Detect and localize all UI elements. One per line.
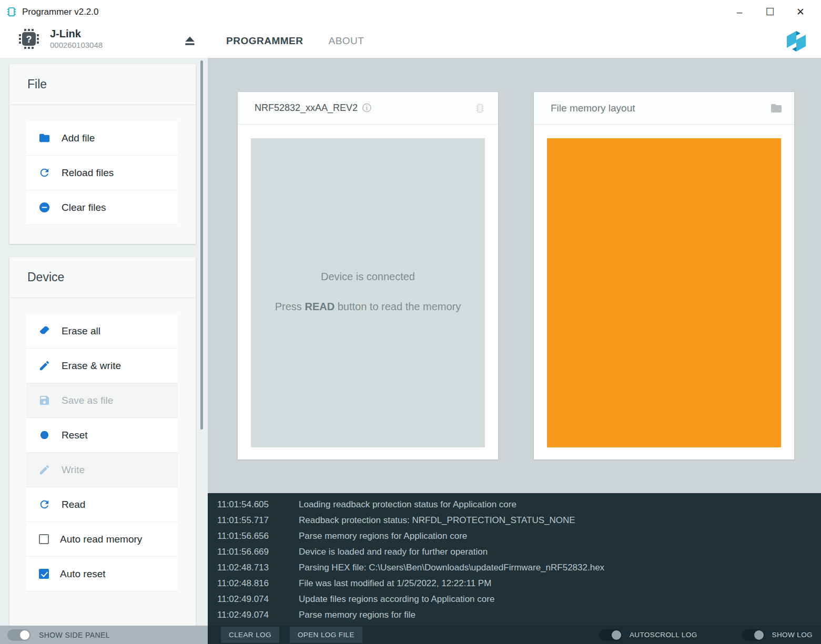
reload-files-button[interactable]: Reload files (26, 156, 178, 190)
show-log-toggle[interactable] (742, 629, 765, 641)
pencil-icon (38, 464, 50, 476)
file-memory-card-header: File memory layout (534, 92, 794, 125)
clear-log-button[interactable]: CLEAR LOG (221, 627, 279, 643)
device-section-title: Device (9, 257, 196, 298)
file-section: File Add file Reload files Clear files (9, 64, 196, 244)
minus-circle-icon (38, 201, 50, 213)
file-memory-region[interactable] (547, 138, 781, 447)
device-memory-region: Device is connected Press READ button to… (251, 138, 485, 447)
open-log-file-button[interactable]: OPEN LOG FILE (290, 627, 362, 643)
side-panel-bottom-bar: SHOW SIDE PANEL (0, 626, 208, 644)
file-memory-card-body (534, 125, 794, 459)
erase-all-button[interactable]: Erase all (26, 314, 178, 349)
app-chip-icon (5, 6, 17, 18)
device-memory-card: NRF52832_xxAA_REV2 ⓘ Device is connected… (238, 92, 498, 459)
log-entry: 11:02:49.074Parse memory regions for fil… (217, 607, 821, 623)
add-file-button[interactable]: Add file (26, 121, 178, 156)
dot-circle-icon (38, 429, 50, 441)
device-memory-card-body: Device is connected Press READ button to… (238, 125, 498, 459)
info-icon[interactable]: ⓘ (362, 102, 371, 114)
autoscroll-log-toggle[interactable] (599, 629, 622, 641)
nordic-logo (783, 28, 809, 54)
log-entry: 11:02:48.713Parsing HEX file: C:\Users\B… (217, 560, 821, 576)
refresh-icon (38, 498, 50, 510)
log-entry: 11:01:54.605Loading readback protection … (217, 497, 821, 513)
app-header: ? J-Link 000260103048 PROGRAMMER ABOUT (0, 24, 821, 58)
device-status-text: Device is connected (321, 271, 415, 283)
tab-programmer[interactable]: PROGRAMMER (226, 35, 303, 47)
erase-and-write-button[interactable]: Erase & write (26, 349, 178, 383)
file-memory-card: File memory layout (534, 92, 794, 459)
folder-icon (770, 102, 783, 115)
write-button: Write (26, 453, 178, 487)
close-button[interactable]: ✕ (785, 0, 816, 24)
refresh-icon (38, 167, 50, 179)
device-serial: 000260103048 (50, 40, 103, 50)
folder-open-icon (38, 132, 50, 144)
device-selector[interactable]: ? J-Link 000260103048 (17, 27, 103, 50)
log-panel[interactable]: 11:01:54.605Loading readback protection … (208, 493, 821, 626)
eraser-icon (38, 325, 50, 337)
device-memory-card-title: NRF52832_xxAA_REV2 (255, 103, 358, 114)
svg-text:?: ? (26, 34, 32, 45)
reset-button[interactable]: Reset (26, 418, 178, 453)
app-title: Programmer v2.2.0 (22, 7, 99, 17)
device-name: J-Link (50, 27, 103, 40)
log-entry: 11:01:55.717Readback protection status: … (217, 513, 821, 528)
main-tabs: PROGRAMMER ABOUT (226, 24, 364, 58)
log-entry: 11:02:49.074Update files regions accordi… (217, 591, 821, 607)
auto-reset-checkbox[interactable]: Auto reset (26, 557, 178, 591)
log-bottom-bar: CLEAR LOG OPEN LOG FILE AUTOSCROLL LOG S… (208, 626, 821, 644)
checkbox-checked-icon[interactable] (39, 569, 49, 579)
log-entry: 11:01:56.669Device is loaded and ready f… (217, 544, 821, 560)
save-as-file-button: Save as file (26, 383, 178, 418)
show-side-panel-toggle[interactable] (7, 629, 31, 641)
maximize-button[interactable]: ☐ (755, 0, 785, 24)
device-hint-text: Press READ button to read the memory (275, 298, 461, 315)
file-section-title: File (9, 64, 196, 105)
log-entry: 11:02:48.816File was last modified at 1/… (217, 576, 821, 591)
sidebar-scrollbar[interactable] (200, 60, 203, 430)
file-memory-card-title: File memory layout (551, 103, 635, 114)
checkbox-unchecked-icon[interactable] (39, 534, 49, 544)
clear-files-button[interactable]: Clear files (26, 190, 178, 225)
eject-device-button[interactable] (182, 33, 198, 48)
floppy-icon (38, 394, 50, 406)
window-controls: – ☐ ✕ (724, 0, 816, 24)
minimize-button[interactable]: – (724, 0, 755, 24)
pencil-icon (38, 360, 50, 372)
show-side-panel-label: SHOW SIDE PANEL (39, 631, 110, 639)
read-button[interactable]: Read (26, 487, 178, 522)
memory-layout-canvas: NRF52832_xxAA_REV2 ⓘ Device is connected… (208, 58, 821, 493)
device-section: Device Erase all Erase & write Save as f… (9, 257, 196, 626)
unknown-device-chip-icon: ? (17, 27, 40, 50)
log-entry: 11:01:56.656Parse memory regions for App… (217, 528, 821, 544)
chip-outline-icon (473, 101, 486, 115)
tab-about[interactable]: ABOUT (328, 35, 364, 47)
device-memory-card-header: NRF52832_xxAA_REV2 ⓘ (238, 92, 498, 125)
title-bar: Programmer v2.2.0 – ☐ ✕ (0, 0, 821, 24)
autoscroll-log-label: AUTOSCROLL LOG (630, 631, 697, 639)
side-panel: File Add file Reload files Clear files (0, 58, 208, 626)
auto-read-memory-checkbox[interactable]: Auto read memory (26, 522, 178, 557)
show-log-label: SHOW LOG (772, 631, 813, 639)
